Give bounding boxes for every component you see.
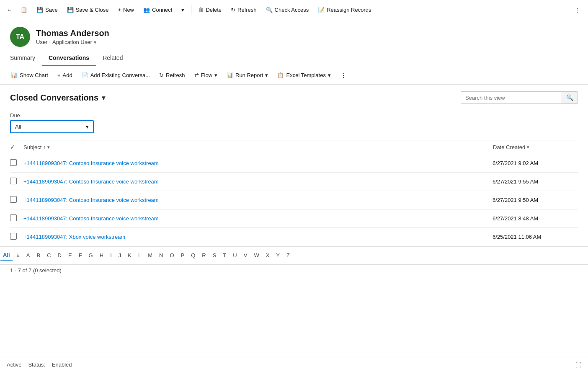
table-row: +1441189093047: Contoso Insurance voice … (10, 173, 578, 191)
record-icon: 📋 (21, 7, 27, 13)
row-subject-3[interactable]: +1441189093047: Contoso Insurance voice … (23, 215, 482, 222)
row-subject-2[interactable]: +1441189093047: Contoso Insurance voice … (23, 197, 482, 203)
sub-refresh-button[interactable]: ↻ Refresh (155, 70, 189, 81)
check-all-icon[interactable]: ✓ (10, 144, 15, 150)
check-access-button[interactable]: 🔍 Check Access (262, 4, 313, 16)
alpha-item-m[interactable]: M (145, 251, 155, 260)
refresh-icon: ↻ (231, 7, 235, 13)
row-checkbox-1[interactable] (10, 178, 20, 186)
tab-related[interactable]: Related (96, 50, 129, 66)
excel-icon: 📋 (277, 72, 284, 78)
new-button[interactable]: + New (113, 4, 138, 16)
alpha-item-#[interactable]: # (14, 251, 23, 260)
add-existing-button[interactable]: 📄 Add Existing Conversa... (77, 70, 154, 81)
save-button[interactable]: 💾 Save (32, 4, 62, 16)
alpha-item-n[interactable]: N (156, 251, 166, 260)
show-chart-button[interactable]: 📊 Show Chart (7, 70, 52, 81)
sub-toolbar: 📊 Show Chart + Add 📄 Add Existing Conver… (0, 66, 588, 85)
alpha-item-o[interactable]: O (167, 251, 177, 260)
save-icon: 💾 (36, 7, 43, 13)
save-close-button[interactable]: 💾 Save & Close (63, 4, 113, 16)
alpha-item-w[interactable]: W (251, 251, 262, 260)
alpha-item-k[interactable]: K (125, 251, 134, 260)
run-report-button[interactable]: 📊 Run Report ▾ (222, 70, 272, 81)
excel-templates-button[interactable]: 📋 Excel Templates ▾ (273, 70, 335, 81)
back-button[interactable]: ← (3, 4, 15, 16)
run-report-icon: 📊 (227, 72, 233, 78)
date-label: Date Created (493, 144, 525, 150)
alpha-item-g[interactable]: G (86, 251, 96, 260)
view-title-chevron-icon[interactable]: ▾ (102, 94, 105, 102)
view-header: Closed Conversations ▾ 🔍 (10, 85, 578, 109)
sub-more-icon: ⋮ (341, 72, 346, 78)
alpha-item-d[interactable]: D (55, 251, 64, 260)
alpha-item-all[interactable]: All (0, 250, 13, 261)
table-row: +1441189093047: Xbox voice workstream 6/… (10, 228, 578, 246)
view-title-text: Closed Conversations (10, 93, 98, 103)
table-row: +1441189093047: Contoso Insurance voice … (10, 209, 578, 228)
alpha-item-l[interactable]: L (135, 251, 144, 260)
reassign-button[interactable]: 📝 Reassign Records (314, 4, 375, 16)
row-subject-4[interactable]: +1441189093047: Xbox voice workstream (23, 234, 482, 240)
row-checkbox-4[interactable] (10, 233, 20, 241)
alpha-item-b[interactable]: B (34, 251, 44, 260)
refresh-button[interactable]: ↻ Refresh (227, 4, 261, 16)
more-options-button[interactable]: ⋮ (571, 4, 585, 16)
row-subject-0[interactable]: +1441189093047: Contoso Insurance voice … (23, 160, 482, 166)
alpha-item-v[interactable]: V (241, 251, 250, 260)
col-subject-header: Subject ↑ ▾ (23, 144, 482, 150)
sub-more-button[interactable]: ⋮ (337, 70, 351, 81)
dropdown-button[interactable]: ▾ (177, 4, 188, 16)
user-role-label: User (36, 39, 47, 45)
alpha-item-j[interactable]: J (116, 251, 124, 260)
table-row: +1441189093047: Contoso Insurance voice … (10, 191, 578, 209)
filter-section: Due All ▾ (10, 109, 578, 140)
sort-desc-icon[interactable]: ▾ (47, 145, 50, 150)
row-date-0: 6/27/2021 9:02 AM (486, 160, 578, 166)
user-role-chevron-icon[interactable]: ▾ (94, 39, 96, 45)
alpha-item-p[interactable]: P (178, 251, 188, 260)
add-existing-icon: 📄 (82, 72, 88, 78)
alpha-item-e[interactable]: E (65, 251, 75, 260)
alpha-item-c[interactable]: C (44, 251, 54, 260)
delete-button[interactable]: 🗑 Delete (194, 4, 226, 16)
save-close-icon: 💾 (67, 7, 74, 13)
row-checkbox-3[interactable] (10, 214, 20, 222)
alpha-item-i[interactable]: I (107, 251, 115, 260)
search-button[interactable]: 🔍 (562, 92, 578, 103)
row-subject-1[interactable]: +1441189093047: Contoso Insurance voice … (23, 178, 482, 185)
record-icon-button[interactable]: 📋 (16, 4, 31, 16)
alpha-item-s[interactable]: S (210, 251, 219, 260)
alpha-item-q[interactable]: Q (188, 251, 198, 260)
view-title: Closed Conversations ▾ (10, 93, 105, 103)
alpha-item-h[interactable]: H (97, 251, 106, 260)
alpha-item-x[interactable]: X (263, 251, 273, 260)
date-sort-icon[interactable]: ▾ (527, 145, 529, 150)
due-filter-select[interactable]: All ▾ (10, 120, 94, 133)
flow-chevron-icon: ▾ (214, 72, 217, 78)
sort-asc-icon[interactable]: ↑ (43, 145, 46, 150)
tab-summary[interactable]: Summary (10, 50, 42, 66)
connect-button[interactable]: 👥 Connect (139, 4, 176, 16)
row-checkbox-0[interactable] (10, 159, 20, 167)
header-check[interactable]: ✓ (10, 144, 20, 150)
alpha-item-f[interactable]: F (76, 251, 85, 260)
search-box: 🔍 (461, 91, 578, 104)
add-button[interactable]: + Add (53, 70, 77, 81)
flow-button[interactable]: ⇄ Flow ▾ (190, 70, 222, 81)
table-row: +1441189093047: Contoso Insurance voice … (10, 154, 578, 173)
tab-conversations[interactable]: Conversations (42, 50, 96, 66)
alpha-item-r[interactable]: R (199, 251, 209, 260)
excel-chevron-icon: ▾ (328, 72, 331, 78)
alpha-item-a[interactable]: A (23, 251, 33, 260)
user-info: Thomas Anderson User · Application User … (36, 28, 109, 45)
search-input[interactable] (461, 92, 562, 103)
row-date-1: 6/27/2021 9:55 AM (486, 178, 578, 185)
user-type-label: Application User (52, 39, 92, 45)
alpha-item-u[interactable]: U (230, 251, 240, 260)
row-checkbox-2[interactable] (10, 196, 20, 204)
alpha-item-y[interactable]: Y (273, 251, 283, 260)
alpha-item-t[interactable]: T (220, 251, 229, 260)
alpha-item-z[interactable]: Z (284, 251, 293, 260)
pagination-label: 1 - 7 of 7 (0 selected) (10, 267, 62, 274)
